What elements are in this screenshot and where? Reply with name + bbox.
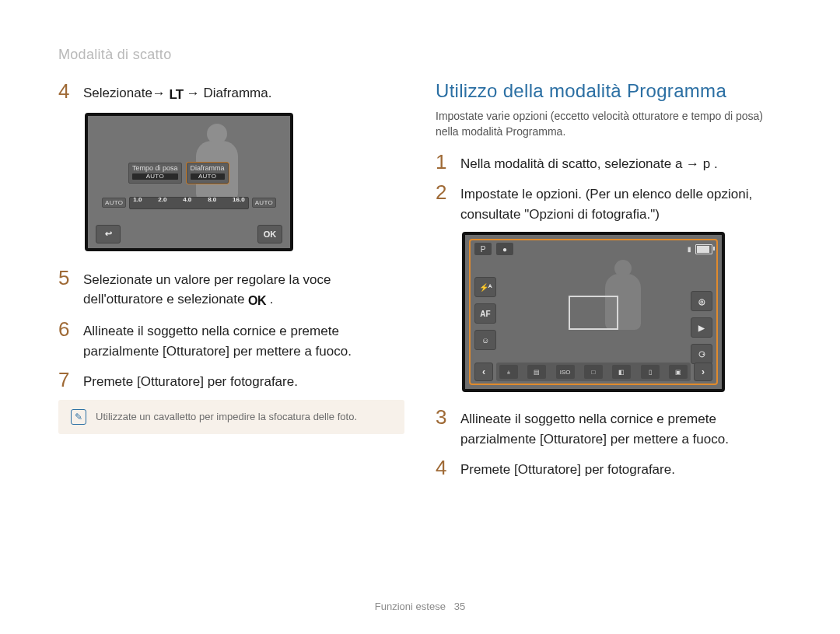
camera-preview-aperture: Tempo di posa AUTO Diaframma AUTO AUTO 1… [85, 113, 293, 251]
value: AUTO [191, 173, 225, 180]
value: AUTO [132, 173, 178, 180]
aperture-slider[interactable]: 1.0 2.0 4.0 8.0 16.0 [129, 197, 248, 209]
step-number: 6 [58, 318, 75, 341]
wireless-icon[interactable]: ⚆ [691, 344, 712, 364]
flash-auto-icon[interactable]: ⚡ᴬ [474, 277, 496, 297]
step-4: 4 Selezionate→ LT → Diaframma. [58, 80, 404, 105]
right-side-icons: ◎ ▶ ⚆ [691, 291, 712, 364]
left-side-icons: ⚡ᴬ AF ☺ [474, 277, 496, 350]
step-7: 7 Premete [Otturatore] per fotografare. [58, 369, 404, 392]
shutter-time-option[interactable]: Tempo di posa AUTO [128, 163, 182, 184]
tick: 2.0 [158, 196, 166, 203]
step-text: Allineate il soggetto nella cornice e pr… [460, 406, 782, 449]
camera-preview-program: P ● ▮ ⚡ᴬ AF ☺ ◎ [462, 232, 725, 392]
step-3: 3 Allineate il soggetto nella cornice e … [436, 406, 782, 449]
tip-text: Utilizzate un cavalletto per impedire la… [96, 411, 357, 422]
target-icon[interactable]: ◎ [691, 291, 712, 311]
step-text: Premete [Otturatore] per fotografare. [83, 369, 298, 392]
play-icon[interactable]: ▶ [691, 317, 712, 338]
size-icon[interactable]: ▯ [641, 365, 660, 379]
aperture-scale: AUTO 1.0 2.0 4.0 8.0 16.0 AUTO [102, 197, 276, 209]
step-6: 6 Allineate il soggetto nella cornice e … [58, 318, 404, 361]
tick: 8.0 [208, 196, 216, 203]
step-5: 5 Selezionate un valore per regolare la … [58, 267, 404, 311]
tick-labels: 1.0 2.0 4.0 8.0 16.0 [133, 196, 244, 203]
step-text: Selezionate→ LT → Diaframma. [83, 80, 271, 105]
step-text: Premete [Otturatore] per fotografare. [460, 457, 675, 480]
step-text: Allineate il soggetto nella cornice e pr… [83, 318, 404, 361]
tick: 1.0 [133, 196, 142, 203]
footer-section: Funzioni estese [375, 601, 446, 612]
section-title: Utilizzo della modalità Programma [436, 80, 782, 102]
battery-fill [697, 246, 709, 253]
step-number: 1 [436, 151, 453, 173]
text: → Diaframma. [187, 86, 272, 100]
step-number: 2 [436, 181, 453, 204]
ok-button[interactable]: OK [257, 225, 282, 243]
option-icons: ± ▤ ISO □ ◧ ▯ ▣ [496, 363, 691, 381]
step-2: 2 Impostate le opzioni. (Per un elenco d… [436, 181, 782, 224]
drive-icon[interactable]: ◧ [612, 365, 631, 379]
step-text: Nella modalità di scatto, selezionate a … [460, 151, 718, 174]
record-icon[interactable]: ● [496, 243, 513, 255]
top-right-icons: ▮ [688, 244, 712, 254]
tick: 16.0 [233, 196, 245, 203]
ok-icon: OK [248, 292, 266, 310]
right-column: Utilizzo della modalità Programma Impost… [436, 80, 782, 488]
bottom-options-strip: ‹ ± ▤ ISO □ ◧ ▯ ▣ › [474, 363, 712, 381]
back-button[interactable]: ↩ [96, 225, 121, 243]
section-description: Impostate varie opzioni (eccetto velocit… [436, 108, 782, 140]
label: Tempo di posa [132, 164, 178, 172]
scale-chip-right[interactable]: AUTO [252, 198, 276, 208]
af-icon[interactable]: AF [474, 303, 496, 324]
note-icon [71, 409, 86, 425]
iso-icon[interactable]: ISO [556, 365, 575, 379]
breadcrumb: Modalità di scatto [58, 47, 782, 63]
nav-left-button[interactable]: ‹ [474, 363, 493, 381]
top-status-bar: P ● ▮ [474, 243, 712, 255]
footer-page: 35 [454, 601, 465, 612]
text: Selezionate→ [83, 86, 170, 100]
step-number: 7 [58, 369, 75, 391]
step-1: 1 Nella modalità di scatto, selezionate … [436, 151, 782, 174]
tick: 4.0 [183, 196, 191, 203]
mode-p-icon[interactable]: P [474, 243, 492, 255]
nav-right-button[interactable]: › [694, 363, 712, 381]
battery-icon [695, 244, 712, 254]
focus-box-icon [569, 296, 618, 330]
step-number: 3 [436, 406, 453, 429]
status-bar-icon: ▮ [688, 246, 691, 253]
wb-icon[interactable]: ▤ [527, 365, 546, 379]
left-column: 4 Selezionate→ LT → Diaframma. Tempo di … [58, 80, 404, 488]
metering-icon[interactable]: □ [584, 365, 603, 379]
aperture-option[interactable]: Diaframma AUTO [187, 163, 229, 184]
bottom-bar: ↩ OK [96, 225, 282, 243]
step-text: Selezionate un valore per regolare la vo… [83, 267, 404, 311]
text: . [270, 292, 274, 306]
face-detect-icon[interactable]: ☺ [474, 330, 496, 350]
page: Modalità di scatto 4 Selezionate→ LT → D… [0, 0, 840, 634]
label: Diaframma [191, 164, 225, 172]
ev-icon[interactable]: ± [499, 365, 518, 379]
option-buttons: Tempo di posa AUTO Diaframma AUTO [128, 163, 229, 184]
step-number: 4 [58, 80, 75, 103]
step-text: Impostate le opzioni. (Per un elenco del… [460, 181, 782, 224]
scale-chip-left[interactable]: AUTO [102, 198, 126, 208]
top-left-icons: P ● [474, 243, 513, 255]
step-number: 5 [58, 267, 75, 289]
content-columns: 4 Selezionate→ LT → Diaframma. Tempo di … [58, 80, 782, 488]
tip-callout: Utilizzate un cavalletto per impedire la… [58, 400, 404, 434]
step-4b: 4 Premete [Otturatore] per fotografare. [436, 457, 782, 480]
page-footer: Funzioni estese 35 [0, 601, 840, 612]
quality-icon[interactable]: ▣ [669, 365, 688, 379]
step-number: 4 [436, 457, 453, 479]
text: Selezionate un valore per regolare la vo… [83, 272, 331, 307]
lt-icon: LT [170, 85, 184, 105]
